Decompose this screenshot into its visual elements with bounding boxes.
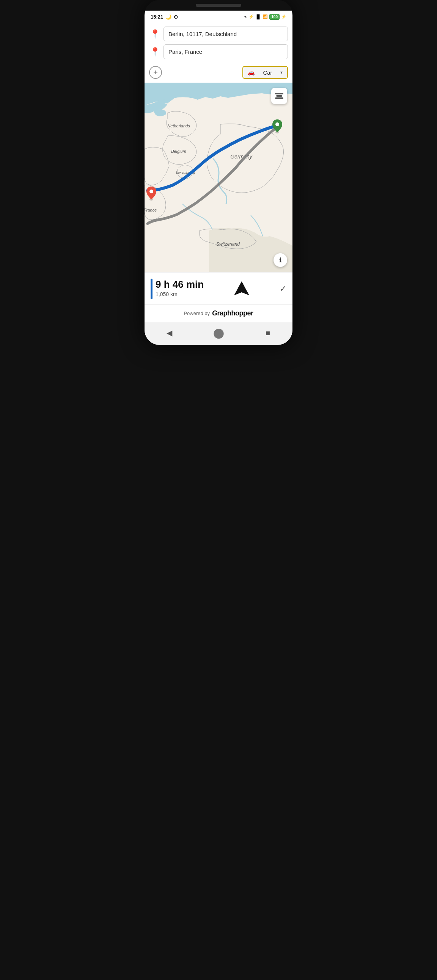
notch bbox=[196, 4, 241, 7]
green-pin-icon: 📍 bbox=[150, 29, 160, 39]
transport-mode-label: Car bbox=[263, 69, 272, 76]
notch-bar bbox=[145, 0, 292, 11]
add-waypoint-button[interactable]: + bbox=[149, 66, 162, 79]
recents-icon: ■ bbox=[266, 329, 270, 337]
expand-route-button[interactable]: ✓ bbox=[279, 284, 286, 294]
origin-input[interactable] bbox=[164, 27, 288, 41]
controls-row: + 🚗 Car ▾ bbox=[145, 64, 292, 83]
circle-icon: ⊙ bbox=[174, 14, 178, 20]
home-button[interactable]: ⬤ bbox=[212, 326, 225, 340]
powered-by-label: Powered by bbox=[183, 310, 210, 316]
navigate-arrow-icon bbox=[232, 279, 251, 298]
transport-mode-select[interactable]: 🚗 Car ▾ bbox=[242, 66, 288, 79]
search-area: 📍 📍 bbox=[145, 23, 292, 64]
status-left: 15:21 🌙 ⊙ bbox=[151, 14, 178, 20]
signal-icon: ▐▌ bbox=[255, 14, 262, 19]
back-icon: ◀ bbox=[166, 328, 172, 337]
route-left: 9 h 46 min 1,050 km bbox=[151, 278, 204, 299]
moon-icon: 🌙 bbox=[165, 14, 171, 20]
svg-point-10 bbox=[275, 123, 279, 126]
bolt-icon: ⚡ bbox=[281, 14, 286, 19]
system-nav-bar: ◀ ⬤ ■ bbox=[145, 322, 292, 345]
app-content: 📍 📍 + 🚗 Car ▾ bbox=[145, 23, 292, 345]
chevron-down-icon: ✓ bbox=[279, 284, 286, 293]
info-button[interactable]: ℹ bbox=[273, 253, 287, 267]
route-text-block: 9 h 46 min 1,050 km bbox=[156, 278, 204, 297]
info-icon: ℹ bbox=[279, 257, 281, 264]
wifi-icon: 📶 bbox=[263, 14, 268, 19]
svg-text:France: France bbox=[145, 208, 157, 212]
map-area[interactable]: Netherlands Belgium Luxembourg Germany F… bbox=[145, 83, 292, 272]
status-right: ⌁ ⚡ ▐▌ 📶 100 ⚡ bbox=[244, 14, 286, 20]
route-time: 9 h 46 min bbox=[156, 278, 204, 290]
destination-pin-icon: 📍 bbox=[149, 46, 161, 57]
recents-button[interactable]: ■ bbox=[261, 326, 274, 340]
navigation-icon: ⌁ bbox=[244, 14, 247, 19]
route-distance: 1,050 km bbox=[156, 291, 204, 297]
bluetooth-icon: ⚡ bbox=[249, 14, 254, 19]
layer-line-3 bbox=[275, 97, 283, 99]
time: 15:21 bbox=[151, 14, 163, 20]
destination-input[interactable] bbox=[164, 45, 288, 59]
route-navigate-button[interactable] bbox=[232, 279, 251, 298]
phone-frame: 15:21 🌙 ⊙ ⌁ ⚡ ▐▌ 📶 100 ⚡ 📍 bbox=[145, 0, 292, 345]
battery-level: 100 bbox=[271, 15, 278, 19]
route-info-bar: 9 h 46 min 1,050 km ✓ bbox=[145, 272, 292, 304]
svg-text:Netherlands: Netherlands bbox=[167, 124, 190, 128]
car-emoji: 🚗 bbox=[248, 69, 255, 76]
layer-line-2 bbox=[276, 95, 282, 97]
map-svg: Netherlands Belgium Luxembourg Germany F… bbox=[145, 83, 292, 272]
svg-text:Germany: Germany bbox=[230, 154, 253, 160]
svg-point-8 bbox=[150, 189, 153, 193]
svg-text:Belgium: Belgium bbox=[171, 149, 186, 154]
powered-by: Powered by Graphhopper bbox=[145, 304, 292, 322]
back-button[interactable]: ◀ bbox=[163, 326, 176, 340]
graphhopper-logo: Graphhopper bbox=[212, 309, 254, 317]
layers-button[interactable] bbox=[271, 88, 287, 104]
red-pin-icon: 📍 bbox=[150, 47, 160, 57]
destination-row: 📍 bbox=[149, 45, 288, 59]
home-icon: ⬤ bbox=[213, 327, 224, 339]
chevron-down-icon: ▾ bbox=[280, 70, 282, 75]
svg-marker-11 bbox=[234, 281, 249, 295]
origin-row: 📍 bbox=[149, 27, 288, 41]
add-icon: + bbox=[153, 68, 158, 77]
svg-text:Switzerland: Switzerland bbox=[216, 242, 240, 247]
status-bar: 15:21 🌙 ⊙ ⌁ ⚡ ▐▌ 📶 100 ⚡ bbox=[145, 11, 292, 23]
origin-pin-icon: 📍 bbox=[149, 29, 161, 40]
layer-line-1 bbox=[275, 93, 283, 94]
route-accent bbox=[151, 278, 153, 299]
battery-icon: 100 bbox=[270, 14, 279, 20]
